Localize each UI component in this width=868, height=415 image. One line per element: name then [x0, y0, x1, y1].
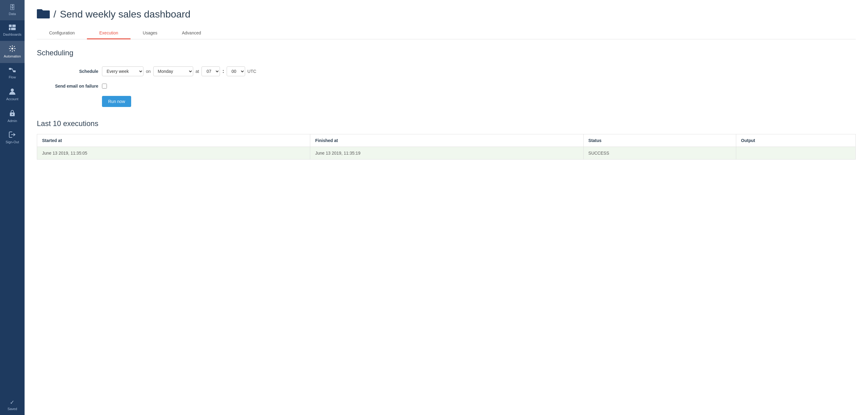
title-separator: /: [54, 9, 56, 20]
svg-point-7: [11, 89, 14, 92]
title-row: / Send weekly sales dashboard: [37, 7, 856, 21]
table-row: June 13 2019, 11:35:05 June 13 2019, 11:…: [37, 147, 856, 159]
schedule-label: Schedule: [37, 69, 98, 74]
sidebar-item-automation[interactable]: Automation: [0, 41, 25, 63]
sidebar-item-flow[interactable]: Flow: [0, 63, 25, 84]
tab-configuration[interactable]: Configuration: [37, 27, 87, 39]
sidebar-label-dashboards: Dashboards: [3, 33, 21, 37]
content-area: Scheduling Schedule Every week Every day…: [25, 39, 868, 415]
scheduling-title: Scheduling: [37, 49, 856, 57]
flow-icon: [9, 67, 16, 74]
data-icon: 🗄: [9, 4, 16, 10]
col-status: Status: [583, 134, 736, 147]
svg-rect-2: [9, 28, 10, 30]
email-failure-row: Send email on failure: [37, 84, 856, 89]
svg-rect-3: [11, 28, 16, 30]
minute-select[interactable]: 00 15 30 45: [227, 66, 245, 76]
svg-rect-5: [9, 68, 11, 70]
on-text: on: [146, 69, 151, 74]
cell-status: SUCCESS: [583, 147, 736, 159]
hour-select[interactable]: 07 00 01 02 03 04 05 06: [202, 66, 220, 76]
table-header: Started at Finished at Status Output: [37, 134, 856, 147]
sidebar-item-dashboards[interactable]: Dashboards: [0, 20, 25, 41]
utc-text: UTC: [248, 69, 256, 74]
table-body: June 13 2019, 11:35:05 June 13 2019, 11:…: [37, 147, 856, 159]
sidebar-item-signout[interactable]: Sign-Out: [0, 127, 25, 148]
svg-point-9: [12, 114, 13, 115]
sidebar-label-account: Account: [6, 97, 19, 101]
saved-label: Saved: [7, 407, 17, 411]
admin-icon: [9, 110, 15, 117]
folder-icon: [37, 7, 50, 21]
sidebar-item-admin[interactable]: Admin: [0, 106, 25, 127]
signout-icon: [9, 131, 16, 139]
sidebar-label-data: Data: [9, 12, 16, 16]
tab-usages[interactable]: Usages: [130, 27, 169, 39]
scheduling-section: Scheduling Schedule Every week Every day…: [37, 49, 856, 107]
sidebar: 🗄 Data Dashboards Automation: [0, 0, 25, 415]
time-colon: :: [222, 68, 224, 74]
page-header: / Send weekly sales dashboard Configurat…: [25, 0, 868, 39]
executions-title: Last 10 executions: [37, 119, 856, 128]
sidebar-item-data[interactable]: 🗄 Data: [0, 0, 25, 20]
col-output: Output: [736, 134, 856, 147]
cell-output: [736, 147, 856, 159]
tabs: Configuration Execution Usages Advanced: [37, 27, 856, 39]
check-icon: ✓: [10, 399, 14, 406]
at-text: at: [196, 69, 199, 74]
tab-execution[interactable]: Execution: [87, 27, 130, 39]
saved-indicator: ✓ Saved: [5, 395, 19, 415]
cell-finished-at: June 13 2019, 11:35:19: [310, 147, 583, 159]
executions-section: Last 10 executions Started at Finished a…: [37, 119, 856, 159]
schedule-day-select[interactable]: Monday Tuesday Wednesday Thursday Friday…: [153, 66, 193, 76]
email-failure-controls: [102, 84, 107, 89]
sidebar-label-flow: Flow: [9, 75, 16, 79]
sidebar-label-signout: Sign-Out: [5, 140, 19, 144]
account-icon: [9, 88, 16, 96]
tab-advanced[interactable]: Advanced: [169, 27, 213, 39]
sidebar-label-automation: Automation: [4, 54, 21, 58]
email-failure-checkbox[interactable]: [102, 84, 107, 89]
cell-started-at: June 13 2019, 11:35:05: [37, 147, 310, 159]
page-title: Send weekly sales dashboard: [60, 9, 190, 20]
sidebar-bottom: ✓ Saved: [0, 395, 25, 415]
executions-table: Started at Finished at Status Output Jun…: [37, 134, 856, 159]
schedule-frequency-select[interactable]: Every week Every day Every month: [102, 66, 144, 76]
sidebar-label-admin: Admin: [7, 119, 17, 123]
run-now-button[interactable]: Run now: [102, 96, 131, 107]
svg-rect-1: [12, 25, 16, 27]
automation-icon: [9, 45, 16, 53]
col-finished-at: Finished at: [310, 134, 583, 147]
svg-rect-0: [9, 25, 12, 27]
schedule-controls: Every week Every day Every month on Mond…: [102, 66, 256, 76]
dashboards-icon: [9, 25, 16, 31]
schedule-row: Schedule Every week Every day Every mont…: [37, 66, 856, 76]
main-content: / Send weekly sales dashboard Configurat…: [25, 0, 868, 415]
email-failure-label: Send email on failure: [37, 84, 98, 89]
col-started-at: Started at: [37, 134, 310, 147]
svg-point-4: [11, 48, 13, 50]
table-header-row: Started at Finished at Status Output: [37, 134, 856, 147]
sidebar-item-account[interactable]: Account: [0, 84, 25, 106]
